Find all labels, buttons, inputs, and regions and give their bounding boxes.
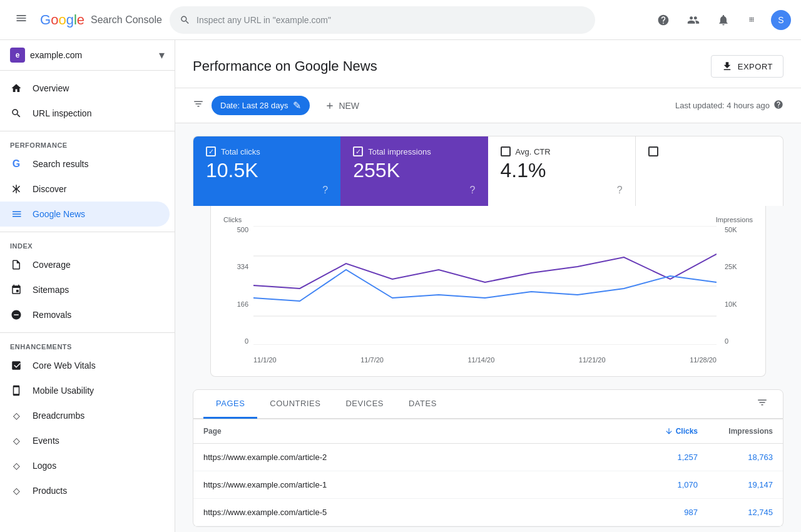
sort-icon (665, 427, 673, 436)
sidebar-item-events[interactable]: ◇ Events (0, 428, 170, 453)
row-impressions: 18,763 (698, 453, 773, 462)
enhancements-section-label: Enhancements (0, 338, 175, 353)
help-icon (773, 100, 783, 111)
sidebar-item-search-results[interactable]: G Search results (0, 151, 170, 176)
sidebar-divider-3 (0, 332, 175, 333)
sidebar-item-label: Breadcrumbs (33, 411, 84, 421)
hamburger-menu[interactable] (10, 7, 33, 33)
sidebar-item-google-news[interactable]: Google News (0, 202, 170, 227)
sidebar-item-label: URL inspection (33, 108, 91, 118)
export-label: EXPORT (738, 62, 773, 71)
chart-svg-area (253, 226, 717, 345)
total-clicks-checkbox (206, 146, 216, 156)
sidebar-item-logos[interactable]: ◇ Logos (0, 453, 170, 478)
sidebar-item-breadcrumbs[interactable]: ◇ Breadcrumbs (0, 403, 170, 428)
mobile-icon (10, 384, 23, 397)
sidebar-item-sitemaps[interactable]: Sitemaps (0, 277, 170, 302)
avg-ctr-label: Avg. CTR (501, 146, 623, 156)
notifications-button[interactable] (711, 8, 736, 33)
sidebar-item-removals[interactable]: Removals (0, 302, 170, 327)
table-row[interactable]: https://www.example.com/article-5 987 12… (193, 499, 783, 526)
row-clicks: 1,070 (623, 480, 698, 489)
sidebar-item-discover[interactable]: Discover (0, 176, 170, 202)
domain-selector[interactable]: e example.com ▾ (0, 40, 175, 71)
plus-icon (325, 101, 335, 111)
row-page-url: https://www.example.com/article-2 (203, 453, 623, 462)
search-bar[interactable] (170, 6, 595, 34)
date-filter-label: Date: Last 28 days (220, 101, 288, 110)
products-icon: ◇ (10, 484, 23, 497)
avg-position-label (648, 146, 770, 156)
index-section-label: Index (0, 237, 175, 252)
new-button-label: NEW (339, 101, 359, 111)
metric-help-icon[interactable]: ? (617, 185, 623, 196)
tab-pages[interactable]: PAGES (203, 390, 257, 419)
sidebar-divider (0, 131, 175, 131)
search-input[interactable] (196, 15, 585, 25)
main-content: Performance on Google News EXPORT Date: … (175, 40, 801, 532)
tabs-header: PAGES COUNTRIES DEVICES DATES (193, 390, 783, 419)
search-icon (10, 107, 23, 120)
sidebar-item-label: Discover (33, 184, 66, 194)
search-icon (180, 14, 190, 26)
sidebar-item-label: Google News (33, 209, 85, 219)
chart-area: 500 334 166 0 (223, 226, 753, 364)
sidebar-item-products[interactable]: ◇ Products (0, 478, 170, 503)
avg-position-card[interactable] (636, 136, 783, 206)
topbar: Google Search Console S (0, 0, 801, 40)
sidebar-item-url-inspection[interactable]: URL inspection (0, 101, 170, 126)
chart-y-right: 50K 25K 10K 0 (722, 226, 753, 345)
sidebar-item-label: Mobile Usability (33, 386, 94, 396)
row-clicks: 987 (623, 508, 698, 517)
avg-ctr-card[interactable]: Avg. CTR 4.1% ? (488, 136, 636, 206)
metrics-section: Total clicks 10.5K ? Total impressions 2… (175, 123, 801, 377)
metric-help-icon[interactable]: ? (470, 185, 476, 196)
table-filter-icon[interactable] (752, 392, 773, 416)
avg-ctr-value: 4.1% (501, 159, 623, 182)
col-clicks-header[interactable]: Clicks (623, 427, 698, 436)
tab-dates[interactable]: DATES (396, 390, 449, 419)
chevron-down-icon: ▾ (159, 48, 165, 62)
filter-icon[interactable] (193, 98, 204, 113)
table-row[interactable]: https://www.example.com/article-2 1,257 … (193, 444, 783, 471)
total-clicks-label: Total clicks (206, 146, 328, 156)
sidebar-item-core-web-vitals[interactable]: Core Web Vitals (0, 353, 170, 378)
export-button[interactable]: EXPORT (711, 55, 783, 78)
google-wordmark: Google (40, 12, 84, 28)
last-updated-text: Last updated: 4 hours ago (675, 101, 770, 110)
help-button[interactable] (651, 8, 676, 33)
row-impressions: 12,745 (698, 508, 773, 517)
total-impressions-checkbox (353, 146, 363, 156)
sidebar-item-mobile-usability[interactable]: Mobile Usability (0, 378, 170, 403)
sidebar-nav: Overview URL inspection Performance G Se… (0, 71, 175, 508)
date-filter[interactable]: Date: Last 28 days ✎ (212, 96, 310, 115)
google-g-icon: G (10, 158, 23, 170)
total-impressions-label: Total impressions (353, 146, 475, 156)
tab-countries[interactable]: COUNTRIES (257, 390, 333, 419)
avg-ctr-checkbox (501, 146, 511, 156)
total-impressions-card[interactable]: Total impressions 255K ? (340, 136, 487, 206)
domain-icon: e (10, 48, 25, 63)
sidebar-divider-2 (0, 232, 175, 232)
sidebar-item-coverage[interactable]: Coverage (0, 252, 170, 277)
sidebar-item-label: Sitemaps (33, 285, 69, 295)
performance-chart (253, 226, 717, 345)
total-clicks-card[interactable]: Total clicks 10.5K ? (193, 136, 340, 206)
apps-button[interactable] (741, 8, 766, 33)
user-avatar[interactable]: S (771, 10, 791, 30)
user-management-button[interactable] (681, 8, 706, 33)
table-row[interactable]: https://www.example.com/article-1 1,070 … (193, 471, 783, 499)
sidebar-item-overview[interactable]: Overview (0, 76, 170, 101)
metric-help-icon[interactable]: ? (322, 185, 328, 196)
new-filter-button[interactable]: NEW (317, 97, 367, 115)
avg-position-checkbox (648, 146, 658, 156)
sidebar-item-label: Products (33, 486, 67, 496)
filter-bar: Date: Last 28 days ✎ NEW Last updated: 4… (175, 88, 801, 123)
download-icon (722, 61, 733, 72)
tabs-section: PAGES COUNTRIES DEVICES DATES (193, 389, 783, 419)
sidebar-item-label: Search results (33, 159, 88, 169)
sidebar-item-label: Events (33, 436, 59, 446)
col-page-header: Page (203, 427, 623, 436)
tab-devices[interactable]: DEVICES (333, 390, 396, 419)
row-clicks: 1,257 (623, 453, 698, 462)
